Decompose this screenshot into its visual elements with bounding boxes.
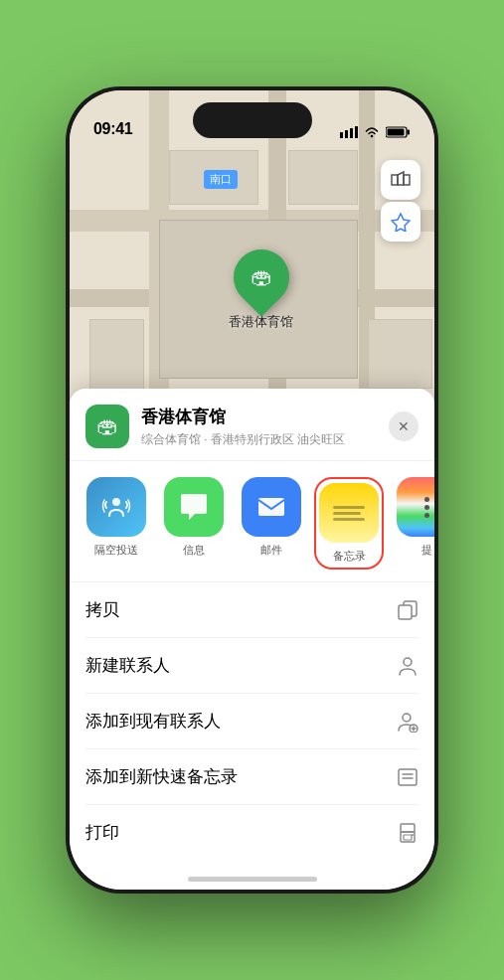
svg-rect-8: [404, 175, 410, 185]
building-3: [89, 319, 144, 399]
action-new-contact[interactable]: 新建联系人: [85, 638, 419, 694]
quick-note-icon: [397, 766, 419, 788]
svg-point-24: [412, 834, 414, 836]
svg-rect-5: [408, 130, 411, 135]
notes-icon-wrap: [319, 483, 379, 543]
svg-rect-12: [399, 605, 412, 619]
notes-line-3: [333, 518, 365, 521]
svg-point-14: [403, 714, 411, 722]
new-contact-icon: [397, 655, 419, 677]
venue-icon: 🏟: [85, 405, 129, 448]
notes-line-1: [333, 506, 365, 509]
map-south-entrance-label: 南口: [204, 170, 238, 189]
location-button[interactable]: [381, 202, 420, 242]
phone-screen: 09:41: [70, 90, 434, 890]
dynamic-island: [193, 102, 312, 138]
building-2: [288, 150, 358, 205]
signal-icon: [340, 126, 358, 138]
add-existing-contact-icon: [397, 711, 419, 733]
svg-rect-2: [350, 128, 353, 138]
svg-rect-10: [258, 498, 284, 516]
venue-info-header: 🏟 香港体育馆 综合体育馆 · 香港特别行政区 油尖旺区 ✕: [70, 389, 434, 461]
status-icons: [340, 126, 411, 138]
notes-label: 备忘录: [333, 549, 366, 564]
messages-icon-wrap: [164, 477, 224, 537]
svg-rect-1: [345, 130, 348, 138]
action-list: 拷贝 新建联系人 添加到现有联系人: [70, 582, 434, 860]
mail-icon: [256, 495, 286, 519]
print-icon: [397, 822, 419, 844]
mail-label: 邮件: [260, 543, 282, 558]
notes-icon-lines: [329, 500, 369, 527]
mail-icon-wrap: [242, 477, 301, 537]
svg-point-9: [112, 498, 120, 506]
svg-rect-18: [399, 769, 417, 785]
action-copy-label: 拷贝: [85, 598, 119, 621]
messages-icon: [179, 493, 209, 521]
map-buttons[interactable]: [381, 160, 420, 242]
phone-frame: 09:41: [66, 86, 438, 894]
more-dots-icon: [424, 497, 429, 518]
airdrop-icon: [101, 492, 131, 522]
venue-text: 香港体育馆 综合体育馆 · 香港特别行政区 油尖旺区: [141, 406, 389, 448]
location-pin: 🏟 香港体育馆: [229, 249, 293, 331]
more-icon-wrap: [397, 477, 434, 537]
share-item-more[interactable]: 提: [392, 477, 434, 570]
action-add-existing-label: 添加到现有联系人: [85, 710, 221, 733]
close-button[interactable]: ✕: [389, 411, 419, 441]
svg-rect-23: [404, 835, 412, 840]
action-copy[interactable]: 拷贝: [85, 582, 419, 638]
bottom-sheet: 🏟 香港体育馆 综合体育馆 · 香港特别行政区 油尖旺区 ✕: [70, 389, 434, 890]
svg-rect-7: [392, 175, 398, 185]
copy-icon: [397, 599, 419, 621]
pin-icon: 🏟: [251, 264, 272, 290]
svg-rect-3: [355, 126, 358, 138]
action-print-label: 打印: [85, 821, 119, 844]
action-print[interactable]: 打印: [85, 805, 419, 860]
share-item-mail[interactable]: 邮件: [237, 477, 306, 570]
svg-rect-6: [388, 129, 405, 136]
action-add-quick-note[interactable]: 添加到新快速备忘录: [85, 749, 419, 805]
action-add-quick-note-label: 添加到新快速备忘录: [85, 765, 238, 788]
more-label: 提: [421, 543, 432, 558]
wifi-icon: [364, 126, 380, 138]
action-add-existing-contact[interactable]: 添加到现有联系人: [85, 694, 419, 749]
home-indicator: [188, 877, 317, 882]
share-item-notes[interactable]: 备忘录: [314, 477, 384, 570]
building-4: [368, 319, 432, 389]
share-item-airdrop[interactable]: 隔空投送: [82, 477, 151, 570]
pin-circle: 🏟: [222, 238, 300, 316]
messages-label: 信息: [183, 543, 205, 558]
status-time: 09:41: [93, 120, 132, 138]
svg-rect-21: [401, 824, 415, 832]
battery-icon: [386, 126, 411, 138]
venue-subtitle: 综合体育馆 · 香港特别行政区 油尖旺区: [141, 431, 389, 448]
notes-line-2: [333, 512, 361, 515]
map-type-button[interactable]: [381, 160, 420, 200]
venue-name: 香港体育馆: [141, 406, 389, 428]
share-actions-row: 隔空投送 信息: [70, 461, 434, 582]
svg-point-13: [404, 658, 412, 666]
airdrop-icon-wrap: [86, 477, 146, 537]
svg-rect-0: [340, 132, 343, 138]
airdrop-label: 隔空投送: [94, 543, 138, 558]
share-item-messages[interactable]: 信息: [159, 477, 229, 570]
action-new-contact-label: 新建联系人: [85, 654, 170, 677]
